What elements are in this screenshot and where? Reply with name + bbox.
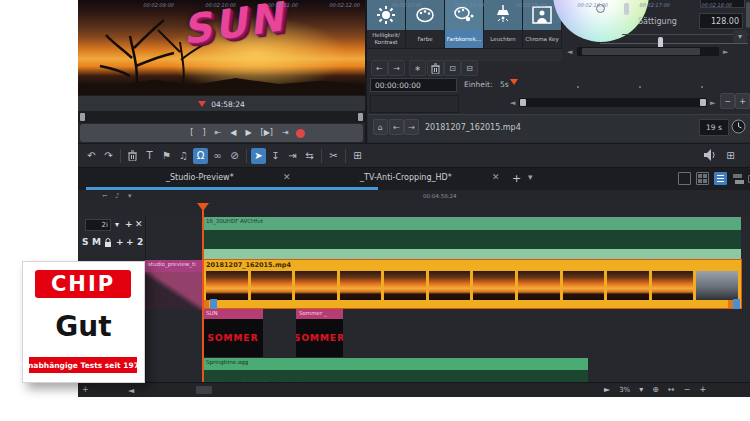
track-add-icon[interactable]: + bbox=[125, 219, 133, 229]
media-filename[interactable]: 20181207_162015.mp4 bbox=[425, 123, 521, 132]
prev-frame-icon[interactable]: ◀ bbox=[230, 129, 236, 137]
fx-zoom-out-button[interactable]: − bbox=[720, 93, 735, 109]
zoom-horizontal-icon[interactable]: ↔ bbox=[668, 385, 675, 394]
snap-icon[interactable]: Ω bbox=[193, 148, 208, 164]
keyframe-icon[interactable]: ⌐ bbox=[102, 192, 108, 200]
hslider-track[interactable] bbox=[600, 43, 748, 44]
ripple-mode-icon[interactable]: ⇆ bbox=[302, 148, 317, 164]
group-icon[interactable]: ∞ bbox=[210, 148, 225, 164]
media-forward-icon[interactable]: → bbox=[404, 119, 419, 135]
add-track-icon[interactable]: + bbox=[82, 385, 89, 394]
tab1-close-icon[interactable]: ✕ bbox=[283, 172, 291, 182]
title-icon[interactable]: T bbox=[142, 148, 157, 164]
effect-playhead-icon[interactable] bbox=[510, 79, 518, 85]
move-all-icon[interactable]: + bbox=[126, 237, 134, 247]
mouse-mode-icon[interactable]: ➤ bbox=[251, 148, 266, 164]
playhead-marker-icon[interactable] bbox=[198, 101, 206, 107]
mark-out-icon[interactable]: ] bbox=[202, 129, 205, 137]
zoom-dropdown-icon[interactable]: ▾ bbox=[639, 385, 643, 394]
fx-scroll-handle-right[interactable] bbox=[700, 99, 706, 106]
overwrite-mode-icon[interactable]: ⇥ bbox=[285, 148, 300, 164]
mixer-grid-icon[interactable]: ⊞ bbox=[723, 147, 738, 163]
clip-audio[interactable]: Springtime.ogg Anklicken, um die Wellenf… bbox=[203, 358, 588, 382]
view-list-icon[interactable] bbox=[714, 172, 727, 185]
tab-tv-anti-cropping[interactable]: _TV-Anti-Cropping_HD* bbox=[360, 173, 452, 182]
panel-scrollbar[interactable] bbox=[577, 47, 719, 56]
track-dropdown-icon[interactable]: ▾ bbox=[115, 220, 119, 229]
fade-handle-icon[interactable] bbox=[204, 300, 209, 308]
zoom-fit-icon[interactable]: ⊕ bbox=[652, 385, 659, 394]
panel-scrollbar-bar[interactable] bbox=[582, 48, 700, 55]
panel-vscrollbar[interactable] bbox=[746, 2, 750, 28]
redo-icon[interactable]: ↷ bbox=[101, 148, 116, 164]
clip-transition[interactable]: studio_preview_ti bbox=[145, 260, 203, 308]
trim-handle-left[interactable] bbox=[210, 299, 217, 309]
clip-title-sommer[interactable]: Sommer _ SOMMER bbox=[296, 309, 343, 357]
jump-start-icon[interactable]: ⇤ bbox=[215, 129, 222, 137]
mute-button[interactable]: M bbox=[92, 237, 101, 247]
playhead-line[interactable] bbox=[202, 203, 204, 382]
ungroup-icon[interactable]: ⊘ bbox=[227, 148, 242, 164]
clip-title-sun[interactable]: SUN SOMMER bbox=[203, 309, 263, 357]
marker-icon[interactable]: ⚑ bbox=[159, 148, 174, 164]
media-back-icon[interactable]: ← bbox=[389, 119, 404, 135]
effect-timecode-box[interactable]: 00:00:00:00 bbox=[370, 78, 457, 92]
hscroll-handle[interactable] bbox=[196, 386, 212, 394]
fx-scroll-handle-left[interactable] bbox=[520, 99, 526, 106]
scroll-handle-left[interactable] bbox=[80, 113, 85, 121]
play-range-icon[interactable]: [▶] bbox=[261, 129, 273, 137]
fx-copy-icon[interactable]: ⊡ bbox=[444, 60, 461, 76]
tab-dropdown-icon[interactable]: ▾ bbox=[528, 172, 533, 182]
fx-delete-icon[interactable] bbox=[427, 60, 444, 76]
fx-paste-icon[interactable]: ⊟ bbox=[461, 60, 478, 76]
move-icon[interactable]: + bbox=[116, 237, 124, 247]
tab-studio-preview[interactable]: _Studio-Preview* bbox=[166, 173, 234, 182]
scroll-handle-right[interactable] bbox=[358, 113, 363, 121]
track-close-icon[interactable]: ✕ bbox=[135, 219, 143, 229]
track-name-field[interactable]: 2i bbox=[85, 219, 111, 231]
record-button[interactable] bbox=[296, 129, 305, 138]
note-icon[interactable]: ♪ bbox=[115, 192, 119, 200]
clip-main-video[interactable]: 20181207_162015.mp4 bbox=[203, 260, 741, 308]
tab2-close-icon[interactable]: ✕ bbox=[492, 172, 500, 182]
split-icon[interactable]: ✂ bbox=[326, 148, 341, 164]
lock-icon[interactable] bbox=[104, 238, 112, 247]
fx-scroll-right-icon[interactable]: ► bbox=[710, 100, 715, 107]
media-up-icon[interactable]: ⌂ bbox=[373, 119, 388, 135]
zoom-level[interactable]: 3% bbox=[619, 386, 630, 394]
view-layers-icon[interactable] bbox=[732, 172, 745, 185]
delete-icon[interactable] bbox=[125, 148, 140, 164]
play-icon[interactable]: ▶ bbox=[245, 129, 251, 137]
panel-collapse-icon[interactable]: ▾ bbox=[733, 30, 747, 43]
timer-icon[interactable] bbox=[731, 119, 746, 134]
audio-icon[interactable]: ♫ bbox=[176, 148, 191, 164]
mark-in-icon[interactable]: [ bbox=[190, 129, 193, 137]
play-small-icon[interactable]: ► bbox=[604, 385, 610, 394]
view-grid-icon[interactable] bbox=[696, 172, 709, 185]
scroll-left-icon[interactable]: ◄ bbox=[567, 49, 572, 56]
view-monitor-icon[interactable] bbox=[678, 172, 691, 185]
object-grid-icon[interactable]: ⊞ bbox=[350, 148, 365, 164]
fx-scrollbar[interactable] bbox=[519, 98, 707, 107]
speaker-icon[interactable] bbox=[703, 148, 717, 162]
solo-button[interactable]: S bbox=[82, 237, 88, 247]
fx-effect-icon[interactable]: ∗ bbox=[409, 60, 426, 76]
fx-zoom-in-button[interactable]: + bbox=[735, 93, 750, 109]
preview-scrollbar[interactable] bbox=[78, 111, 365, 123]
insert-mode-icon[interactable]: ↧ bbox=[268, 148, 283, 164]
trim-handle-right[interactable] bbox=[733, 299, 740, 309]
hscroll-left-icon[interactable]: ◄ bbox=[128, 387, 134, 395]
fx-forward-icon[interactable]: → bbox=[388, 60, 405, 76]
scroll-right-icon[interactable]: ► bbox=[723, 49, 728, 56]
zoom-in-icon[interactable]: + bbox=[699, 385, 706, 394]
fx-back-icon[interactable]: ← bbox=[371, 60, 388, 76]
zoom-out-icon[interactable]: − bbox=[684, 385, 691, 394]
vertical-slider-handle[interactable] bbox=[624, 3, 629, 15]
saturation-value[interactable]: 128.00 bbox=[699, 13, 743, 29]
clip-avchd[interactable]: 16_30UHDF AVCHfut bbox=[203, 217, 741, 260]
range-dropdown-icon[interactable]: ▾ bbox=[128, 192, 132, 200]
fx-scroll-left-icon[interactable]: ◄ bbox=[510, 100, 515, 107]
jump-end-icon[interactable]: ⇥ bbox=[282, 129, 289, 137]
tab-add-icon[interactable]: + bbox=[512, 172, 521, 185]
undo-icon[interactable]: ↶ bbox=[84, 148, 99, 164]
